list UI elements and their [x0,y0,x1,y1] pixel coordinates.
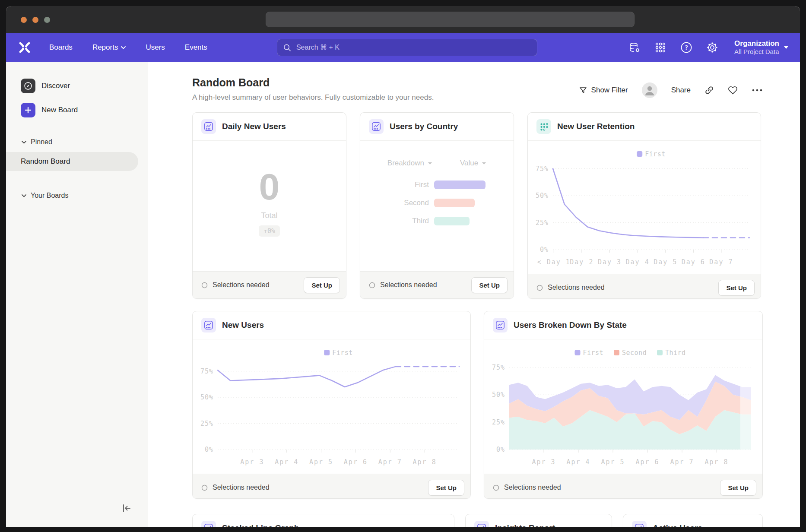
status-circle-icon [369,282,375,288]
row-label: First [390,180,429,189]
show-filter-label: Show Filter [591,86,628,95]
board-link-label: Random Board [21,157,70,166]
dropdown-label: Breakdown [387,159,424,168]
close-window-button[interactable] [21,17,27,23]
value-dropdown[interactable]: Value [460,159,486,168]
sidebar-item-new-board[interactable]: New Board [6,103,148,117]
svg-text:Second: Second [622,349,647,357]
card-users-by-state: Users Broken Down By State 75%50%25%0%Ap… [484,311,763,499]
show-filter-button[interactable]: Show Filter [579,86,628,95]
sidebar-item-random-board[interactable]: Random Board [6,152,138,171]
copy-link-icon[interactable] [704,86,714,95]
line-chart-icon [201,521,216,527]
svg-text:75%: 75% [536,165,549,173]
status-circle-icon [536,285,543,291]
nav-item-users[interactable]: Users [146,43,165,52]
status-circle-icon [201,484,208,491]
set-up-button[interactable]: Set Up [718,280,755,296]
search-icon [283,44,291,52]
svg-text:Third: Third [665,349,686,357]
svg-text:Apr 6: Apr 6 [344,458,368,466]
section-label: Pinned [31,138,52,146]
plus-icon [21,103,35,117]
nav-item-boards[interactable]: Boards [49,43,73,52]
line-chart-icon [474,521,489,527]
nav-item-events[interactable]: Events [185,43,207,52]
svg-text:?: ? [685,44,688,51]
set-up-button[interactable]: Set Up [304,277,340,293]
chevron-down-icon [121,46,126,49]
card-daily-new-users: Daily New Users 0 Total ↑0% Selections n… [192,112,346,299]
sidebar-section-pinned[interactable]: Pinned [6,136,148,149]
mixpanel-logo-icon[interactable] [17,41,32,54]
card-footer: Selections needed Set Up [528,274,761,299]
nav-item-reports[interactable]: Reports [92,43,126,52]
share-button[interactable]: Share [671,86,691,95]
card-footer: Selections needed Set Up [360,271,514,298]
svg-text:25%: 25% [492,418,505,426]
value-bar [434,180,486,189]
breakdown-row: First [390,180,514,189]
breakdown-row: Third [390,217,514,225]
card-title: Stacked Line Graph [222,523,299,527]
set-up-button[interactable]: Set Up [720,480,756,496]
row-label: Third [390,217,429,225]
dropdown-label: Value [460,159,478,168]
collapse-sidebar-icon[interactable] [121,503,132,516]
status-text: Selections needed [201,281,270,289]
line-chart-icon [201,318,216,332]
card-title: Insights Report [495,523,555,527]
chevron-down-icon [482,162,486,165]
svg-text:Apr 8: Apr 8 [413,458,437,466]
card-footer: Selections needed Set Up [193,474,470,499]
minimize-window-button[interactable] [32,17,38,23]
filter-funnel-icon [579,86,587,95]
retention-line-chart: 75%50%25%0%< Day 1Day 2Day 3Day 4Day 5Da… [528,141,761,272]
chevron-down-icon [428,162,432,165]
svg-text:Apr 4: Apr 4 [275,458,298,466]
breakdown-dropdown[interactable]: Breakdown [387,159,432,168]
board-content: Random Board A high-level summary of use… [148,62,800,527]
org-project: All Project Data [734,48,779,56]
data-management-icon[interactable] [628,41,641,54]
kpi-label: Total [261,211,277,220]
apps-grid-icon[interactable] [654,41,667,54]
stacked-area-chart: 75%50%25%0%Apr 3Apr 4Apr 5Apr 6Apr 7Apr … [484,339,762,472]
svg-text:Day 2: Day 2 [570,258,593,266]
nav-item-label: Boards [49,43,73,52]
retention-grid-icon [536,119,551,134]
svg-text:Apr 4: Apr 4 [566,458,590,466]
set-up-button[interactable]: Set Up [428,480,464,496]
set-up-button[interactable]: Set Up [471,277,508,293]
chevron-down-icon [22,194,26,197]
global-search[interactable] [277,39,537,56]
org-switcher[interactable]: Organization All Project Data [734,39,789,56]
zoom-window-button[interactable] [44,17,50,23]
more-options-icon[interactable] [752,89,763,92]
svg-text:Apr 3: Apr 3 [532,458,555,466]
settings-gear-icon[interactable] [706,41,719,54]
new-users-line-chart: 75%50%25%0%Apr 3Apr 4Apr 5Apr 6Apr 7Apr … [193,339,470,472]
kpi-change-badge: ↑0% [259,225,280,237]
svg-text:Day 5: Day 5 [654,258,677,266]
page-title: Random Board [192,76,434,89]
nav-item-label: Users [146,43,165,52]
svg-text:25%: 25% [200,420,213,428]
help-icon[interactable]: ? [680,41,693,54]
line-chart-icon [201,119,216,134]
favorite-heart-icon[interactable] [728,86,738,95]
sidebar-item-label: Discover [41,82,70,90]
status-text: Selections needed [201,484,270,491]
card-title: Active Users [653,523,702,527]
sidebar-section-your-boards[interactable]: Your Boards [6,189,148,202]
svg-text:0%: 0% [205,446,213,453]
breakdown-row: Second [390,199,514,207]
sidebar-item-discover[interactable]: Discover [6,79,148,93]
card-users-by-country: Users by Country Breakdown Value [360,112,514,299]
browser-address-bar[interactable] [266,12,635,27]
search-input[interactable] [295,43,531,52]
card-insights-report: Insights Report [465,514,612,527]
avatar[interactable] [642,82,657,98]
card-footer: Selections needed Set Up [484,474,762,499]
svg-text:First: First [645,150,666,158]
